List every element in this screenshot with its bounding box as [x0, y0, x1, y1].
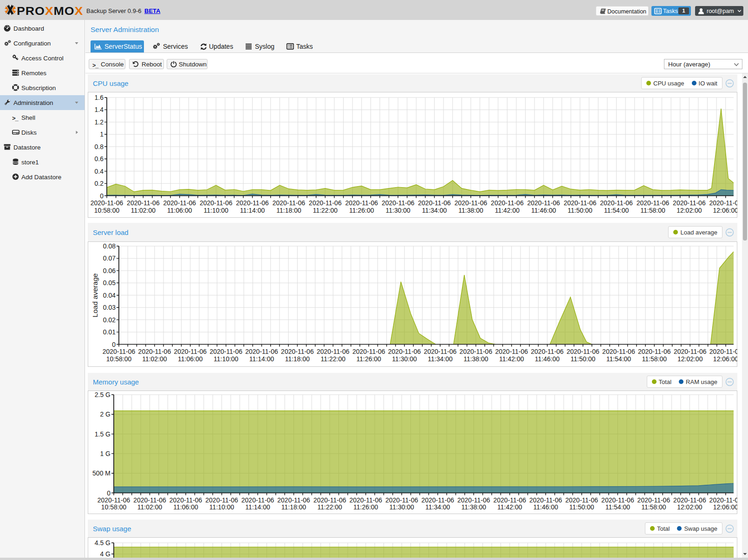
svg-text:11:26:00: 11:26:00	[353, 503, 378, 511]
svg-text:2020-11-06: 2020-11-06	[245, 348, 278, 355]
svg-text:11:22:00: 11:22:00	[321, 355, 346, 363]
svg-text:11:18:00: 11:18:00	[285, 355, 310, 363]
svg-text:12:06:00: 12:06:00	[713, 503, 737, 511]
svg-text:2020-11-06: 2020-11-06	[133, 496, 166, 504]
svg-text:11:02:00: 11:02:00	[137, 503, 163, 511]
svg-text:2020-11-06: 2020-11-06	[138, 348, 171, 355]
svg-text:11:54:00: 11:54:00	[606, 355, 631, 363]
svg-text:2020-11-06: 2020-11-06	[564, 199, 597, 207]
svg-text:2020-11-06: 2020-11-06	[91, 199, 124, 207]
svg-text:11:58:00: 11:58:00	[640, 207, 665, 214]
svg-text:2020-11-06: 2020-11-06	[601, 496, 634, 504]
svg-text:1.2: 1.2	[95, 118, 104, 126]
svg-text:2020-11-06: 2020-11-06	[277, 496, 310, 504]
svg-text:11:46:00: 11:46:00	[533, 503, 559, 511]
svg-text:2020-11-06: 2020-11-06	[638, 348, 671, 355]
svg-text:0.03: 0.03	[103, 304, 116, 311]
svg-text:2020-11-06: 2020-11-06	[527, 199, 560, 207]
svg-text:12:06:00: 12:06:00	[713, 355, 737, 363]
svg-text:11:10:00: 11:10:00	[209, 503, 234, 511]
svg-text:2020-11-06: 2020-11-06	[317, 348, 350, 355]
svg-text:10:58:00: 10:58:00	[106, 355, 132, 363]
svg-text:2020-11-06: 2020-11-06	[529, 496, 562, 504]
svg-text:11:30:00: 11:30:00	[389, 503, 414, 511]
svg-text:2020-11-06: 2020-11-06	[418, 199, 451, 207]
svg-text:2020-11-06: 2020-11-06	[200, 199, 233, 207]
svg-text:11:46:00: 11:46:00	[535, 355, 560, 363]
svg-text:1: 1	[100, 130, 104, 138]
svg-text:2020-11-06: 2020-11-06	[457, 496, 490, 504]
svg-text:0.6: 0.6	[95, 155, 104, 163]
svg-text:11:30:00: 11:30:00	[392, 355, 417, 363]
svg-text:11:42:00: 11:42:00	[499, 355, 524, 363]
svg-text:2020-11-06: 2020-11-06	[602, 348, 635, 355]
svg-text:2020-11-06: 2020-11-06	[349, 496, 382, 504]
svg-text:2.5 G: 2.5 G	[95, 391, 111, 398]
svg-text:2020-11-06: 2020-11-06	[209, 348, 242, 355]
svg-text:0.04: 0.04	[103, 292, 116, 299]
svg-text:11:42:00: 11:42:00	[495, 207, 520, 214]
svg-text:2020-11-06: 2020-11-06	[637, 496, 670, 504]
svg-text:11:34:00: 11:34:00	[428, 355, 453, 363]
svg-text:11:34:00: 11:34:00	[422, 207, 447, 214]
svg-text:2020-11-06: 2020-11-06	[531, 348, 564, 355]
svg-text:1.4: 1.4	[95, 106, 104, 113]
svg-text:11:14:00: 11:14:00	[245, 503, 270, 511]
svg-text:11:18:00: 11:18:00	[281, 503, 306, 511]
svg-text:12:02:00: 12:02:00	[677, 503, 702, 511]
svg-text:4.5 G: 4.5 G	[95, 539, 111, 547]
svg-text:12:02:00: 12:02:00	[677, 355, 703, 363]
svg-text:11:22:00: 11:22:00	[317, 503, 342, 511]
svg-text:0.02: 0.02	[103, 316, 116, 324]
svg-text:11:58:00: 11:58:00	[642, 355, 667, 363]
svg-text:12:02:00: 12:02:00	[676, 207, 702, 214]
svg-text:2020-11-06: 2020-11-06	[241, 496, 274, 504]
svg-text:0.06: 0.06	[103, 267, 116, 274]
svg-text:500 M: 500 M	[92, 469, 111, 477]
svg-text:2020-11-06: 2020-11-06	[388, 348, 421, 355]
svg-text:2020-11-06: 2020-11-06	[236, 199, 269, 207]
svg-text:2020-11-06: 2020-11-06	[674, 348, 707, 355]
svg-text:2020-11-06: 2020-11-06	[103, 348, 136, 355]
svg-text:11:50:00: 11:50:00	[569, 503, 594, 511]
svg-text:11:38:00: 11:38:00	[458, 207, 483, 214]
svg-text:11:42:00: 11:42:00	[497, 503, 522, 511]
svg-text:0.4: 0.4	[95, 168, 104, 175]
svg-text:0.8: 0.8	[95, 143, 104, 150]
svg-text:11:34:00: 11:34:00	[425, 503, 450, 511]
svg-text:0: 0	[100, 192, 104, 200]
svg-text:0.08: 0.08	[103, 242, 116, 250]
svg-text:11:38:00: 11:38:00	[462, 503, 487, 511]
svg-text:2020-11-06: 2020-11-06	[460, 348, 493, 355]
svg-text:0.01: 0.01	[103, 328, 116, 336]
svg-text:2020-11-06: 2020-11-06	[424, 348, 457, 355]
svg-text:11:10:00: 11:10:00	[203, 207, 228, 214]
svg-text:10:58:00: 10:58:00	[94, 207, 120, 214]
svg-text:2020-11-06: 2020-11-06	[273, 199, 306, 207]
svg-text:12:06:00: 12:06:00	[713, 207, 737, 214]
svg-text:0.05: 0.05	[103, 279, 116, 287]
svg-text:2020-11-06: 2020-11-06	[169, 496, 202, 504]
svg-text:11:22:00: 11:22:00	[313, 207, 338, 214]
svg-text:11:02:00: 11:02:00	[142, 355, 167, 363]
svg-text:11:10:00: 11:10:00	[214, 355, 239, 363]
svg-text:11:06:00: 11:06:00	[178, 355, 203, 363]
svg-text:2020-11-06: 2020-11-06	[205, 496, 238, 504]
svg-text:2020-11-06: 2020-11-06	[566, 496, 598, 504]
svg-text:2020-11-06: 2020-11-06	[281, 348, 314, 355]
svg-text:2020-11-06: 2020-11-06	[98, 496, 130, 504]
svg-text:2020-11-06: 2020-11-06	[174, 348, 207, 355]
svg-text:11:14:00: 11:14:00	[249, 355, 274, 363]
svg-text:2020-11-06: 2020-11-06	[673, 496, 706, 504]
svg-text:11:14:00: 11:14:00	[240, 207, 265, 214]
svg-text:2020-11-06: 2020-11-06	[455, 199, 488, 207]
svg-text:11:30:00: 11:30:00	[385, 207, 410, 214]
svg-text:2020-11-06: 2020-11-06	[127, 199, 160, 207]
svg-text:0: 0	[107, 489, 111, 497]
svg-text:11:06:00: 11:06:00	[173, 503, 198, 511]
svg-text:10:58:00: 10:58:00	[101, 503, 127, 511]
svg-text:2020-11-06: 2020-11-06	[352, 348, 385, 355]
svg-text:11:50:00: 11:50:00	[567, 207, 592, 214]
svg-text:11:46:00: 11:46:00	[531, 207, 556, 214]
svg-text:11:18:00: 11:18:00	[276, 207, 301, 214]
